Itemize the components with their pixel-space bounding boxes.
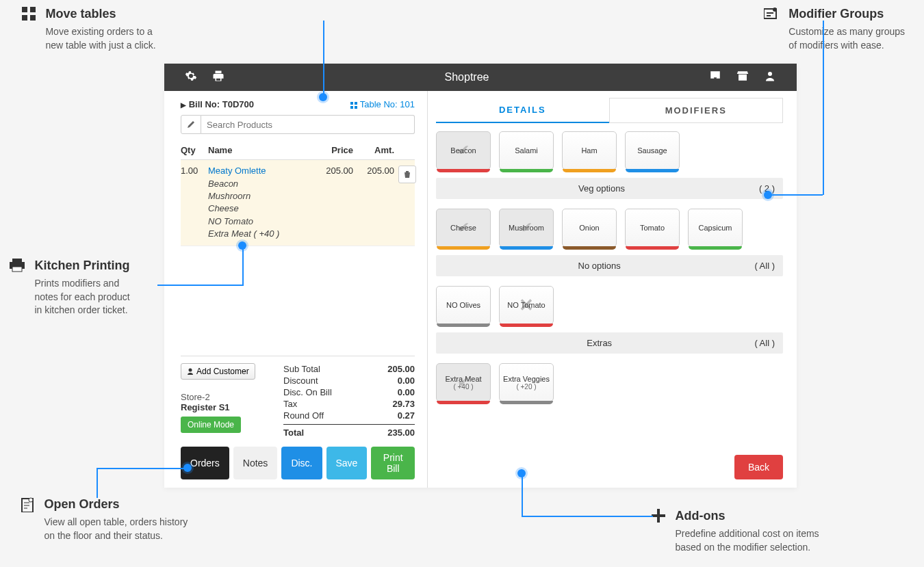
mod-tomato[interactable]: Tomato [625, 209, 680, 247]
callout-title: Kitchen Printing [34, 259, 129, 273]
svg-rect-21 [350, 106, 353, 109]
svg-rect-22 [355, 106, 357, 109]
mod-salami[interactable]: Salami [499, 131, 554, 170]
callout-kitchen-printing: Kitchen Printing Prints modifiers andnot… [10, 259, 130, 317]
search-input[interactable] [201, 115, 415, 134]
svg-point-12 [29, 498, 33, 502]
callout-title: Modifier Groups [788, 7, 905, 21]
product-link[interactable]: Meaty Omlette [208, 166, 266, 176]
register-name: Register S1 [181, 402, 270, 412]
mod-mushroom[interactable]: ✔Mushroom [499, 209, 554, 247]
top-bar: Shoptree [164, 64, 797, 91]
save-button[interactable]: Save [326, 447, 368, 479]
printer-icon [10, 259, 25, 275]
svg-rect-19 [350, 102, 353, 105]
order-modifiers: Beacon Mushroorn Cheese NO Tomato Extra … [208, 178, 316, 240]
mod-group-header-no: No options ( All ) [436, 255, 783, 276]
order-panel: ▶ Bill No: T0D700 Table No: 101 Qty Name… [164, 91, 428, 488]
svg-rect-17 [652, 514, 665, 517]
svg-point-7 [773, 8, 777, 12]
table-number-link[interactable]: Table No: 101 [350, 99, 415, 109]
settings-icon[interactable] [185, 70, 197, 85]
svg-rect-2 [22, 15, 27, 21]
grid-icon [22, 7, 36, 23]
mod-group-no: NO Olives ✕NO Tomato [436, 286, 783, 324]
svg-rect-8 [12, 259, 22, 262]
svg-rect-1 [30, 7, 36, 12]
pos-app: Shoptree ▶ Bill No: T0D700 Table No: 101 [164, 64, 797, 488]
mod-no-tomato[interactable]: ✕NO Tomato [499, 286, 554, 324]
modifier-icon [764, 7, 779, 22]
discount-button[interactable]: Disc. [281, 447, 322, 479]
order-row[interactable]: 1.00 Meaty Omlette Beacon Mushroorn Chee… [181, 160, 415, 246]
totals: Sub Total205.00 Discount0.00 Disc. On Bi… [283, 363, 415, 438]
notes-button[interactable]: Notes [233, 447, 278, 479]
inbox-icon[interactable] [709, 70, 721, 85]
document-icon [21, 497, 34, 515]
mod-ham[interactable]: Ham [562, 131, 617, 170]
print-icon[interactable] [212, 70, 224, 85]
callout-move-tables: Move tables Move existing orders to anew… [22, 7, 156, 52]
brand-title: Shoptree [224, 71, 709, 83]
callout-title: Move tables [45, 7, 155, 21]
callout-title: Add-ons [675, 509, 819, 523]
bill-number: ▶ Bill No: T0D700 [181, 99, 254, 109]
mod-group-veg: ✔Cheese ✔Mushroom Onion Tomato Capsicum [436, 209, 783, 247]
plus-icon [652, 509, 665, 525]
svg-rect-0 [22, 7, 27, 12]
mod-group-extras: ✔Extra Meat( +40 ) Extra Veggies( +20 ) [436, 363, 783, 401]
mod-cheese[interactable]: ✔Cheese [436, 209, 491, 247]
modifiers-panel: DETAILS MODIFIERS ✔Beacon Salami Ham Sau… [428, 91, 797, 488]
mod-extra-meat[interactable]: ✔Extra Meat( +40 ) [436, 363, 491, 401]
svg-rect-3 [30, 15, 36, 21]
delete-item-button[interactable] [398, 166, 416, 183]
order-table-header: Qty Name Price Amt. [181, 141, 415, 160]
callout-title: Open Orders [44, 497, 188, 512]
add-customer-button[interactable]: Add Customer [181, 363, 255, 380]
mod-onion[interactable]: Onion [562, 209, 617, 247]
mod-beacon[interactable]: ✔Beacon [436, 131, 491, 170]
svg-rect-10 [12, 267, 22, 272]
mod-group-header-veg: Veg options ( 2 ) [436, 178, 783, 199]
mod-no-olives[interactable]: NO Olives [436, 286, 491, 324]
svg-point-23 [189, 369, 192, 372]
callout-addons: Add-ons Predefine additional cost on ite… [652, 509, 819, 554]
print-bill-button[interactable]: Print Bill [371, 447, 415, 479]
store-icon[interactable] [736, 70, 749, 85]
online-mode-button[interactable]: Online Mode [181, 417, 241, 433]
orders-button[interactable]: Orders [181, 447, 229, 479]
mod-group-meat: ✔Beacon Salami Ham Sausage [436, 131, 783, 170]
mod-group-header-extras: Extras ( All ) [436, 332, 783, 354]
tab-details[interactable]: DETAILS [436, 98, 609, 123]
callout-modifier-groups: Modifier Groups Customize as many groups… [764, 7, 905, 52]
mod-extra-veggies[interactable]: Extra Veggies( +20 ) [499, 363, 554, 401]
callout-open-orders: Open Orders View all open table, orders … [21, 497, 188, 542]
mod-sausage[interactable]: Sausage [625, 131, 680, 170]
user-icon[interactable] [764, 70, 776, 85]
tab-modifiers[interactable]: MODIFIERS [609, 98, 784, 123]
store-name: Store-2 [181, 392, 270, 402]
edit-button[interactable] [181, 115, 201, 134]
back-button[interactable]: Back [734, 455, 783, 479]
svg-rect-20 [355, 102, 357, 105]
svg-point-18 [768, 72, 772, 76]
mod-capsicum[interactable]: Capsicum [688, 209, 743, 247]
